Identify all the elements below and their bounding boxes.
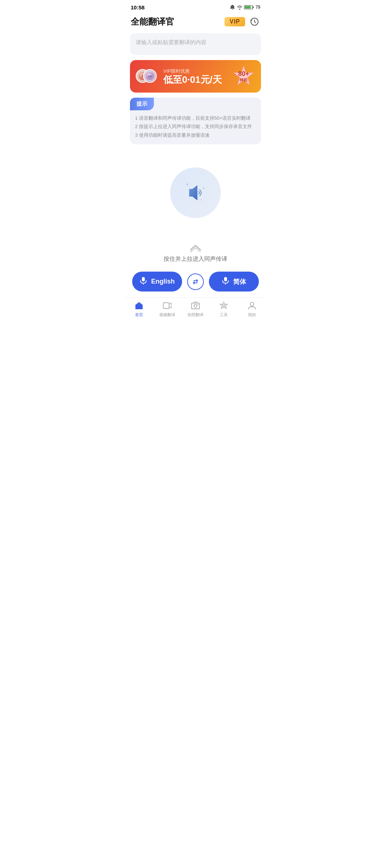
speaker-inner: ✦ ✦ ✦ <box>181 178 210 207</box>
svg-rect-3 <box>244 6 251 9</box>
wifi-icon <box>237 5 243 10</box>
nav-item-home[interactable]: 首页 <box>128 301 150 318</box>
svg-marker-23 <box>220 302 227 309</box>
svg-rect-15 <box>224 277 227 281</box>
nav-home-icon <box>134 301 144 311</box>
middle-section: ✦ ✦ ✦ <box>125 149 266 243</box>
vip-promo-title: VIP限时优惠 <box>163 68 222 75</box>
svg-rect-20 <box>192 303 199 309</box>
tips-item-1: 1 语音翻译和同声传译功能，目前支持50+语言实时翻译 <box>135 114 256 122</box>
nav-video-label: 视频翻译 <box>159 312 175 318</box>
tips-content: 1 语音翻译和同声传译功能，目前支持50+语言实时翻译 2 按提示上拉进入同声传… <box>130 110 261 144</box>
app-title: 全能翻译官 <box>131 16 174 27</box>
app-bar: 全能翻译官 VIP <box>125 13 266 32</box>
vip-promo-price: 低至0·01元/天 <box>163 75 222 85</box>
vip-coins: A VIP <box>136 65 157 87</box>
lang-btn-chinese[interactable]: 简体 <box>209 272 259 292</box>
bottom-nav: 首页 视频翻译 拍照翻译 工具 <box>125 297 266 322</box>
lang-btn-english-label: English <box>151 278 175 285</box>
svg-rect-18 <box>138 303 140 305</box>
tips-header: 提示 <box>130 98 154 110</box>
nav-photo-label: 拍照翻译 <box>188 312 203 318</box>
mic-icon-left <box>139 277 147 286</box>
svg-point-25 <box>250 302 254 306</box>
tips-header-text: 提示 <box>136 101 147 107</box>
tips-item-2: 2 按提示上拉进入同声传译功能，支持同步保存录音文件 <box>135 122 256 131</box>
vip-label: 特权 <box>238 78 249 82</box>
mic-icon-right <box>222 277 230 286</box>
svg-rect-13 <box>142 277 145 281</box>
vip-badge[interactable]: VIP <box>224 17 245 26</box>
battery-level: 79 <box>256 5 260 10</box>
nav-home-label: 首页 <box>135 312 143 318</box>
input-placeholder: 请输入或粘贴需要翻译的内容 <box>136 39 206 45</box>
speaker-icon-area: ✦ ✦ ✦ <box>170 167 221 218</box>
swipe-hint: 按住并上拉进入同声传译 <box>125 243 266 263</box>
svg-text:✦: ✦ <box>200 199 202 201</box>
tips-box: 提示 1 语音翻译和同声传译功能，目前支持50+语言实时翻译 2 按提示上拉进入… <box>130 98 261 144</box>
swipe-text: 按住并上拉进入同声传译 <box>164 255 227 263</box>
svg-rect-17 <box>138 307 140 309</box>
nav-item-video[interactable]: 视频翻译 <box>156 301 178 318</box>
nav-item-tools[interactable]: 工具 <box>213 301 235 318</box>
vip-banner[interactable]: A VIP VIP限时优惠 低至0·01元/天 80+ 特权 <box>130 60 261 93</box>
svg-rect-2 <box>253 7 254 8</box>
app-bar-right: VIP <box>224 16 260 27</box>
status-time: 10:58 <box>131 4 144 10</box>
history-icon[interactable] <box>249 16 260 27</box>
nav-photo-icon <box>190 301 201 311</box>
vip-num: 80+ <box>238 71 249 78</box>
status-icons: 79 <box>230 5 260 10</box>
nav-video-icon <box>162 301 172 311</box>
coin-vip: VIP <box>143 69 157 83</box>
svg-text:✦: ✦ <box>202 187 205 190</box>
svg-point-22 <box>198 304 199 305</box>
nav-item-profile[interactable]: 我的 <box>241 301 263 318</box>
nav-profile-label: 我的 <box>248 312 256 318</box>
nav-tools-label: 工具 <box>220 312 228 318</box>
lang-btn-chinese-label: 简体 <box>233 277 246 286</box>
vip-banner-text: VIP限时优惠 低至0·01元/天 <box>163 68 222 85</box>
svg-text:VIP: VIP <box>148 75 152 78</box>
vip-banner-left: A VIP VIP限时优惠 低至0·01元/天 <box>136 65 222 87</box>
notification-icon <box>230 5 235 10</box>
svg-rect-19 <box>163 303 169 309</box>
tips-item-3: 3 使用功能时请提高音量并放慢语速 <box>135 131 256 139</box>
lang-buttons: English 简体 <box>125 272 266 292</box>
nav-tools-icon <box>219 301 229 311</box>
svg-point-21 <box>194 305 197 307</box>
chevron-up-icon <box>189 243 202 252</box>
svg-text:✦: ✦ <box>185 182 189 187</box>
nav-profile-icon <box>247 301 257 311</box>
svg-point-24 <box>223 305 225 307</box>
battery-icon <box>244 5 254 10</box>
status-bar: 10:58 79 <box>125 0 266 13</box>
swap-button[interactable] <box>187 273 204 290</box>
speaker-svg: ✦ ✦ ✦ <box>183 180 208 205</box>
vip-star-badge: 80+ 特权 <box>232 65 255 88</box>
translate-input-area[interactable]: 请输入或粘贴需要翻译的内容 <box>130 33 261 55</box>
nav-item-photo[interactable]: 拍照翻译 <box>185 301 206 318</box>
lang-btn-english[interactable]: English <box>132 272 182 292</box>
